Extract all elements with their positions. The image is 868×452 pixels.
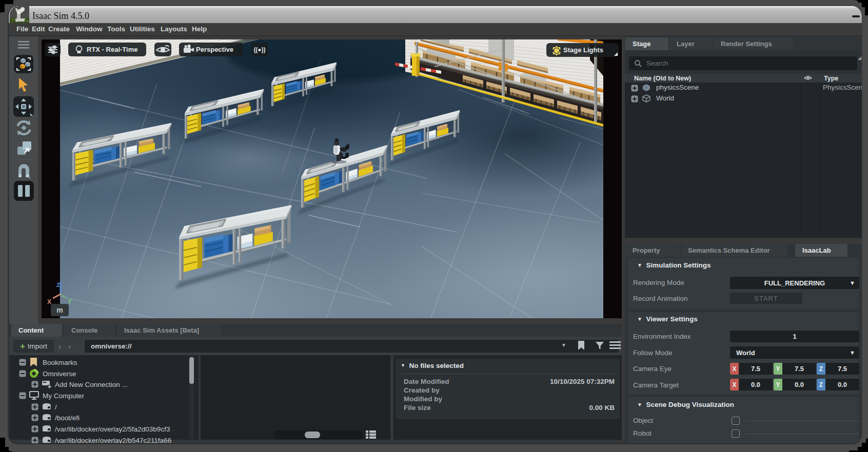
svg-text:Z: Z bbox=[56, 282, 60, 288]
